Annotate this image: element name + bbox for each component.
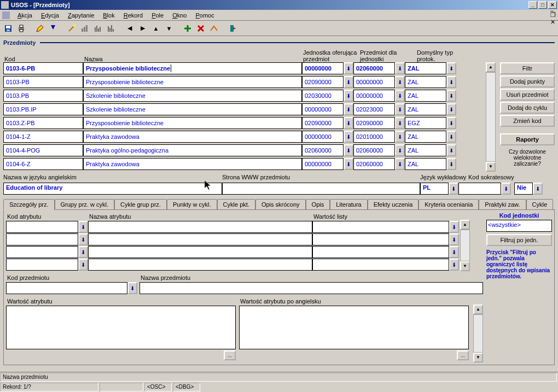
dropdown-icon[interactable]: ⬇ <box>395 76 405 88</box>
mdi-close[interactable]: ✕ <box>550 19 556 26</box>
tab-7[interactable]: Literatura <box>330 199 367 209</box>
delete-icon[interactable] <box>195 22 207 34</box>
zmien-kod-button[interactable]: Zmień kod <box>500 115 555 127</box>
dropdown-icon[interactable]: ⬇ <box>446 144 456 156</box>
wartosc-listy-cell[interactable] <box>312 233 449 245</box>
kod-cell[interactable]: 0103.PB.IP <box>3 103 83 115</box>
kod-atr-cell[interactable] <box>6 259 78 271</box>
domyslny-cell[interactable]: ZAL <box>405 144 446 156</box>
mdi-minimize[interactable]: _ <box>550 5 556 11</box>
nazwa-przedmiotu-cell[interactable] <box>140 282 483 294</box>
nazwa-cell[interactable]: Szkolenie biblioteczne <box>83 90 302 102</box>
wartosc-atr-ang-textarea[interactable] <box>239 306 469 349</box>
kod-atr-dropdown-icon[interactable]: ⬇ <box>78 221 88 233</box>
jednostka-cell[interactable]: 00000000 <box>302 131 344 143</box>
tab-3[interactable]: Punkty w cykl. <box>167 199 217 209</box>
przedmiot-dla-cell[interactable]: 02090000 <box>353 117 395 129</box>
kod-sokr-dropdown-icon[interactable]: ⬇ <box>501 183 511 195</box>
bars2-icon[interactable] <box>105 22 117 34</box>
dropdown-icon[interactable]: ⬇ <box>395 117 405 129</box>
jednostka-cell[interactable]: 00000000 <box>302 158 344 170</box>
tab-2[interactable]: Cykle grup prz. <box>114 199 167 209</box>
wartosc-dropdown-icon[interactable]: ⬇ <box>449 259 459 271</box>
filtr-button[interactable]: Filtr <box>500 62 555 74</box>
wartosc-atr-textarea[interactable] <box>6 306 236 349</box>
dropdown-icon[interactable]: ⬇ <box>344 90 353 102</box>
nazwa-cell[interactable]: Praktyka zawodowa <box>83 158 302 170</box>
jednostka-cell[interactable]: 00000000 <box>302 62 344 74</box>
dropdown-icon[interactable]: ⬇ <box>446 103 456 115</box>
kod-atr-dropdown-icon[interactable]: ⬇ <box>78 246 88 258</box>
dropdown-icon[interactable]: ⬇ <box>446 131 456 143</box>
kod-atr-cell[interactable] <box>6 233 78 245</box>
tab-6[interactable]: Opis <box>306 199 330 209</box>
przedmiot-dla-cell[interactable]: 02060000 <box>353 144 395 156</box>
maximize-button[interactable]: □ <box>538 1 547 9</box>
dropdown-icon[interactable]: ⬇ <box>446 158 456 170</box>
wand-icon[interactable] <box>66 22 78 34</box>
attr-scrollbar[interactable]: ▲ ▼ <box>460 212 470 271</box>
jednostka-cell[interactable]: 02090000 <box>302 117 344 129</box>
kod-cell[interactable]: 0104-6-Z <box>3 158 83 170</box>
dropdown-icon[interactable]: ⬇ <box>344 62 353 74</box>
nazwa-atr-cell[interactable] <box>88 246 312 258</box>
chart-icon[interactable] <box>79 22 91 34</box>
dropdown-icon[interactable]: ⬇ <box>344 131 353 143</box>
nazwa-atr-cell[interactable] <box>88 259 312 271</box>
dropdown-icon[interactable]: ⬇ <box>344 144 353 156</box>
domyslny-cell[interactable]: ZAL <box>405 158 446 170</box>
kod-cell[interactable]: 0103.PB <box>3 90 83 102</box>
table-row[interactable]: 0103-6-PBPrzysposobienie biblioteczne000… <box>3 62 485 75</box>
tab-4[interactable]: Cykle pkt. <box>217 199 255 209</box>
menu-blok[interactable]: Blok <box>98 11 119 20</box>
scroll-up-icon[interactable]: ▲ <box>486 62 496 72</box>
exit-icon[interactable] <box>226 22 239 34</box>
dropdown-icon[interactable]: ⬇ <box>446 117 456 129</box>
tab-8[interactable]: Efekty uczenia <box>368 199 419 209</box>
dropdown-icon[interactable]: ⬇ <box>344 103 353 115</box>
jezyk-dropdown-icon[interactable]: ⬇ <box>449 183 458 195</box>
dropdown-icon[interactable]: ⬇ <box>395 158 405 170</box>
menu-edycja[interactable]: Edycja <box>37 11 63 20</box>
table-row[interactable]: 0104-4-POGPraktyka ogólno-pedagogiczna02… <box>3 144 485 157</box>
kod-cell[interactable]: 0103-6-PB <box>3 62 83 74</box>
clear-icon[interactable] <box>208 22 220 34</box>
dodaj-punkty-button[interactable]: Dodaj punkty <box>500 75 555 87</box>
nie-input[interactable]: Nie <box>514 183 533 195</box>
nazwa-cell[interactable]: Przysposobienie biblioteczne <box>83 76 302 88</box>
wartosc-dropdown-icon[interactable]: ⬇ <box>449 221 459 233</box>
kod-atr-dropdown-icon[interactable]: ⬇ <box>78 233 88 245</box>
menu-zapytanie[interactable]: Zapytanie <box>63 11 98 20</box>
scroll-down-icon[interactable]: ▼ <box>473 353 483 362</box>
menu-akcja[interactable]: Akcja <box>13 11 37 20</box>
next-icon[interactable]: ▶ <box>137 22 149 34</box>
print-icon[interactable] <box>15 22 27 34</box>
table-row[interactable]: 0104-6-ZPraktyka zawodowa00000000⬇020600… <box>3 158 485 171</box>
table-row[interactable]: 0103.PBSzkolenie biblioteczne02030000⬇00… <box>3 90 485 103</box>
tab-10[interactable]: Praktyki zaw. <box>479 199 526 209</box>
expand-button[interactable]: ... <box>457 350 469 360</box>
przedmiot-dla-cell[interactable]: 02010000 <box>353 131 395 143</box>
dropdown-icon[interactable]: ⬇ <box>395 62 405 74</box>
table-row[interactable]: 0103.Z-PBPrzysposobienie biblioteczne020… <box>3 117 485 130</box>
jezyk-input[interactable]: PL <box>420 183 449 195</box>
domyslny-cell[interactable]: ZAL <box>405 62 446 74</box>
table-row[interactable]: 0103.PB.IPSzkolenie biblioteczne00000000… <box>3 103 485 116</box>
dodaj-do-cyklu-button[interactable]: Dodaj do cyklu <box>500 102 555 114</box>
nazwa-atr-cell[interactable] <box>88 233 312 245</box>
dropdown-icon[interactable]: ⬇ <box>395 131 405 143</box>
domyslny-cell[interactable]: ZAL <box>405 103 446 115</box>
nazwa-cell[interactable]: Praktyka zawodowa <box>83 131 302 143</box>
menu-okno[interactable]: Okno <box>168 11 191 20</box>
nazwa-ang-input[interactable]: Education of library <box>3 183 222 195</box>
kod-cell[interactable]: 0104-4-POG <box>3 144 83 156</box>
add-icon[interactable] <box>182 22 194 34</box>
nazwa-cell[interactable]: Przysposobienie biblioteczne <box>83 62 302 74</box>
przedmiot-dla-cell[interactable]: 02060000 <box>353 62 395 74</box>
dropdown-icon[interactable]: ⬇ <box>446 62 456 74</box>
przedmiot-dla-cell[interactable]: 02023000 <box>353 103 395 115</box>
scroll-up-icon[interactable]: ▲ <box>460 220 470 230</box>
kod-sokr-input[interactable] <box>458 183 501 195</box>
edit-icon[interactable] <box>34 22 46 34</box>
edit-down-icon[interactable] <box>47 22 59 34</box>
